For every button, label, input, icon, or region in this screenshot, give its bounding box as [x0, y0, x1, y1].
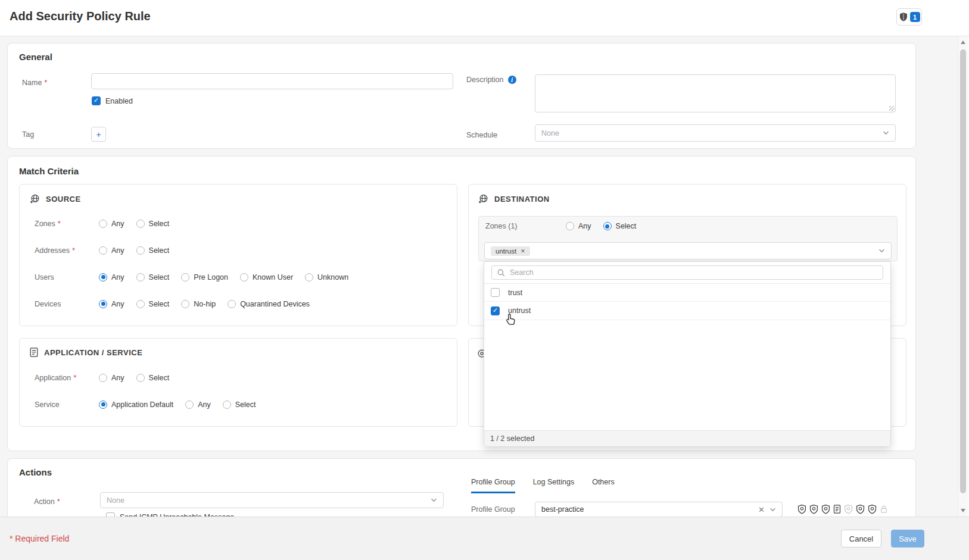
name-input[interactable] — [91, 73, 453, 89]
cancel-button[interactable]: Cancel — [841, 530, 881, 548]
zone-list-item-trust[interactable]: trust — [484, 283, 890, 302]
scroll-down-arrow-icon[interactable] — [961, 509, 965, 512]
application-service-rows: Application*AnySelectServiceApplication … — [35, 364, 447, 418]
source-users-option-pre-logon[interactable]: Pre Logon — [181, 273, 228, 281]
destination-zones-option-select[interactable]: Select — [603, 222, 637, 230]
destination-zones-label: Zones (1) — [485, 222, 566, 230]
dialog-body: General Name* Enabled Description i Tag … — [0, 36, 958, 517]
application-service-application-option-any[interactable]: Any — [99, 374, 124, 382]
info-icon[interactable]: i — [508, 76, 516, 84]
destination-panel-header: DESTINATION — [478, 193, 550, 205]
tab-log-settings[interactable]: Log Settings — [533, 478, 575, 493]
url-filtering-shield-icon — [833, 504, 842, 514]
actions-section: Actions Action* None Send ICMP Unreachab… — [7, 458, 916, 517]
tab-profile-group[interactable]: Profile Group — [471, 478, 515, 493]
source-devices-options: AnySelectNo-hipQuarantined Devices — [99, 300, 310, 308]
dialog-header: Add Security Policy Rule 1 — [0, 0, 969, 36]
radio-icon — [99, 220, 107, 228]
vertical-scrollbar[interactable] — [958, 36, 968, 517]
source-addresses-option-label: Select — [149, 246, 170, 255]
anti-spyware-shield-icon — [809, 504, 819, 514]
source-rows: Zones*AnySelectAddresses*AnySelectUsersA… — [35, 210, 447, 317]
source-panel-header: SOURCE — [29, 193, 81, 205]
application-service-application-option-select[interactable]: Select — [136, 374, 170, 382]
chevron-down-icon — [878, 249, 885, 253]
application-service-service-option-select[interactable]: Select — [223, 401, 256, 409]
destination-zones-multiselect[interactable]: untrust ✕ — [484, 242, 892, 259]
source-devices-option-label: Quarantined Devices — [240, 300, 310, 308]
radio-icon — [136, 374, 145, 382]
match-criteria-title: Match Criteria — [19, 166, 79, 176]
destination-zones-option-any[interactable]: Any — [566, 222, 591, 230]
source-devices-option-select[interactable]: Select — [136, 300, 170, 308]
add-tag-button[interactable]: + — [91, 127, 106, 142]
zones-search-input[interactable] — [510, 268, 878, 277]
schedule-value: None — [541, 129, 883, 137]
source-addresses-option-select[interactable]: Select — [136, 246, 170, 255]
wildfire-analysis-shield-icon — [867, 504, 877, 514]
globe-arrow-icon — [478, 193, 489, 205]
send-icmp-unreachable-checkbox[interactable]: Send ICMP Unreachable Message — [106, 512, 234, 517]
radio-icon — [99, 374, 107, 382]
application-service-application-options: AnySelect — [99, 374, 169, 382]
destination-zones-control: Zones (1) AnySelect untrust ✕ — [478, 216, 898, 261]
application-service-application-option-label: Select — [149, 374, 170, 382]
required-asterisk: * — [73, 373, 76, 382]
source-users-option-known-user[interactable]: Known User — [240, 273, 293, 281]
action-select[interactable]: None — [100, 492, 444, 508]
zone-list-item-untrust[interactable]: untrust — [484, 302, 890, 320]
source-users-option-select[interactable]: Select — [136, 273, 170, 281]
tab-others[interactable]: Others — [592, 478, 615, 493]
application-service-service-option-application-default[interactable]: Application Default — [99, 401, 173, 409]
source-zones-option-select[interactable]: Select — [136, 220, 170, 228]
zones-dropdown: trustuntrust 1 / 2 selected — [484, 261, 891, 447]
source-users-option-unknown[interactable]: Unknown — [305, 273, 348, 281]
source-users-options: AnySelectPre LogonKnown UserUnknown — [99, 273, 348, 281]
application-service-service-option-any[interactable]: Any — [185, 401, 211, 409]
source-users-option-any[interactable]: Any — [99, 273, 124, 281]
source-devices-option-quarantined-devices[interactable]: Quarantined Devices — [228, 300, 310, 308]
enabled-checkbox[interactable]: Enabled — [92, 96, 133, 105]
source-devices-label: Devices — [35, 300, 99, 308]
checkbox-icon — [106, 512, 115, 517]
source-zones-option-any[interactable]: Any — [99, 220, 124, 228]
profile-group-icons — [797, 504, 889, 514]
add-security-policy-rule-dialog: Add Security Policy Rule 1 General Name*… — [0, 0, 969, 560]
chevron-down-icon — [431, 498, 437, 502]
destination-zones-option-label: Select — [616, 222, 637, 230]
application-service-panel: APPLICATION / SERVICE Application*AnySel… — [19, 338, 457, 427]
radio-icon — [136, 300, 145, 308]
application-service-service-option-label: Select — [235, 401, 256, 409]
scrollbar-thumb[interactable] — [960, 49, 966, 493]
source-devices-option-no-hip[interactable]: No-hip — [181, 300, 216, 308]
scroll-up-arrow-icon[interactable] — [961, 40, 965, 44]
description-textarea[interactable] — [535, 74, 896, 112]
schedule-select[interactable]: None — [535, 124, 896, 142]
shield-icon — [899, 12, 908, 22]
source-users-option-label: Any — [111, 273, 124, 281]
source-users-option-label: Known User — [253, 273, 293, 281]
clear-icon[interactable]: ✕ — [758, 505, 765, 514]
zones-search-box[interactable] — [491, 265, 883, 280]
destination-panel: DESTINATION Zones (1) AnySelect untrust … — [468, 184, 906, 326]
application-service-header: APPLICATION / SERVICE — [29, 347, 142, 358]
profile-group-label: Profile Group — [471, 505, 515, 514]
application-service-title: APPLICATION / SERVICE — [44, 348, 142, 357]
data-filtering-shield-icon — [855, 504, 865, 514]
application-service-row-service: ServiceApplication DefaultAnySelect — [35, 391, 447, 418]
schedule-label: Schedule — [466, 129, 497, 140]
application-service-application-label: Application* — [35, 373, 99, 382]
save-button[interactable]: Save — [891, 530, 924, 548]
source-devices-option-any[interactable]: Any — [99, 300, 124, 308]
data-loss-prevention-shield-icon — [879, 504, 889, 514]
source-addresses-option-any[interactable]: Any — [99, 246, 124, 255]
radio-icon — [181, 300, 189, 308]
textarea-resize-handle[interactable] — [889, 106, 895, 111]
profile-group-select[interactable]: best-practice ✕ — [535, 502, 783, 517]
remove-tag-icon[interactable]: ✕ — [521, 248, 525, 254]
security-profile-count-button[interactable]: 1 — [896, 8, 922, 26]
rule-count-badge: 1 — [910, 12, 920, 22]
actions-tabs: Profile GroupLog SettingsOthers — [471, 478, 615, 493]
antivirus-shield-icon — [797, 504, 807, 514]
name-label: Name* — [22, 77, 47, 87]
